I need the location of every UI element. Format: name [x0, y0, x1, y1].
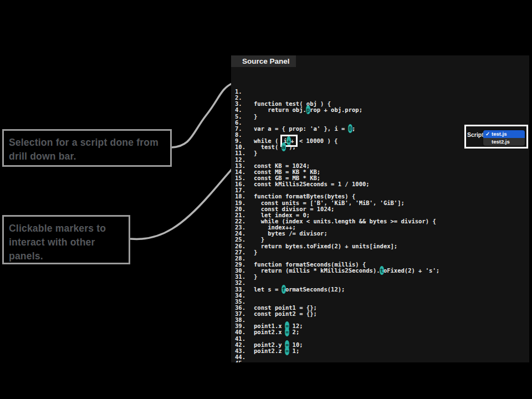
screenshot-root: Selection for a script done from drill d…	[0, 0, 532, 399]
code-line: 40.point2.x = 2;	[233, 329, 439, 335]
dropdown-option-testjs[interactable]: ✓test.js	[483, 130, 525, 138]
annotation-text: interact with other	[9, 236, 124, 249]
code-line: 32.	[233, 280, 439, 286]
line-code: const point2 = {};	[254, 310, 317, 317]
code-line: 7.var a = { prop: 'a' }, i = 0;	[233, 126, 439, 132]
annotation-script-selection: Selection for a script done from drill d…	[2, 129, 172, 167]
code-lines: 1.2.3.function test( obj ) {4. return ob…	[233, 89, 439, 362]
line-number: 11.	[233, 150, 254, 156]
line-code: }	[254, 273, 257, 280]
code-line: 26. return bytes.toFixed(2) + units[inde…	[233, 243, 439, 249]
connector-line-scripts	[172, 83, 233, 147]
line-number: 32.	[233, 280, 254, 286]
dropdown-option-label: test2.js	[492, 139, 510, 145]
code-line: 11.}	[233, 150, 439, 156]
annotation-text: Clickable markers to	[9, 222, 124, 236]
line-code: }	[254, 113, 257, 120]
annotation-clickable-markers: Clickable markers to interact with other…	[2, 215, 130, 264]
source-panel: Source Panel 1.2.3.function test( obj ) …	[231, 55, 529, 362]
code-line: 44.	[233, 354, 439, 360]
scripts-dropdown[interactable]: ✓test.js test2.js	[483, 130, 525, 146]
annotation-text: panels.	[9, 249, 124, 263]
code-line: 16.const kMillis2Seconds = 1 / 1000;	[233, 181, 439, 187]
dropdown-option-test2js[interactable]: test2.js	[483, 138, 525, 146]
line-number: 25.	[233, 237, 254, 243]
line-code: test( a );	[254, 144, 296, 150]
breakpoint-marker[interactable]: a	[282, 142, 286, 151]
line-code: point2.z = 1;	[254, 347, 299, 354]
line-number: 26.	[233, 243, 254, 249]
line-number: 33.	[233, 287, 254, 293]
code-line: 37.const point2 = {};	[233, 311, 439, 317]
breakpoint-marker[interactable]: =	[285, 346, 289, 355]
line-number: 18.	[233, 193, 254, 200]
breakpoint-marker[interactable]: =	[285, 328, 289, 336]
line-code: point2.x = 2;	[254, 329, 299, 335]
line-number: 45.	[233, 360, 254, 362]
line-code: const kMillis2Seconds = 1 / 1000;	[254, 181, 370, 187]
line-number: 40.	[233, 329, 254, 335]
breakpoint-marker[interactable]: t	[380, 266, 384, 275]
code-line: 43.point2.z = 1;	[233, 348, 439, 354]
breakpoint-marker[interactable]: p	[306, 105, 310, 114]
annotation-text: Selection for a script done from	[9, 136, 166, 150]
annotation-text: drill down bar.	[9, 150, 166, 163]
dropdown-option-label: test.js	[492, 131, 507, 137]
line-number: 19.	[233, 200, 254, 206]
panel-title: Source Panel	[242, 57, 290, 65]
line-code: var a = { prop: 'a' }, i = 0;	[254, 125, 355, 132]
checkmark-icon: ✓	[483, 130, 492, 138]
line-code: point2.y = 10;	[254, 341, 303, 348]
code-line: 31.}	[233, 274, 439, 280]
line-code: bytes /= divisor;	[254, 230, 328, 237]
line-code: return (millis * kMillis2Seconds).toFixe…	[254, 267, 439, 274]
line-code: return obj.prop + obj.prop;	[254, 106, 362, 113]
code-line: 45.	[233, 360, 439, 362]
breakpoint-marker[interactable]: f	[282, 285, 286, 294]
code-line: 10. test( a );	[233, 144, 439, 150]
code-line: 30. return (millis * kMillis2Seconds).to…	[233, 268, 439, 274]
code-line: 34.	[233, 293, 439, 299]
code-line: 27.}	[233, 249, 439, 255]
line-code: return bytes.toFixed(2) + units[index];	[254, 243, 397, 249]
code-line: 4. return obj.prop + obj.prop;	[233, 107, 439, 113]
line-code: }	[254, 249, 257, 255]
line-number: 4.	[233, 107, 254, 113]
breakpoint-marker[interactable]: 0	[348, 124, 352, 133]
line-code: }	[254, 150, 257, 156]
line-code: let s = formatSeconds(12);	[254, 286, 345, 293]
code-line: 5.}	[233, 114, 439, 120]
code-line: 1.	[233, 89, 439, 95]
source-panel-tab[interactable]: Source Panel	[231, 55, 296, 67]
code-line: 33.let s = formatSeconds(12);	[233, 287, 439, 293]
